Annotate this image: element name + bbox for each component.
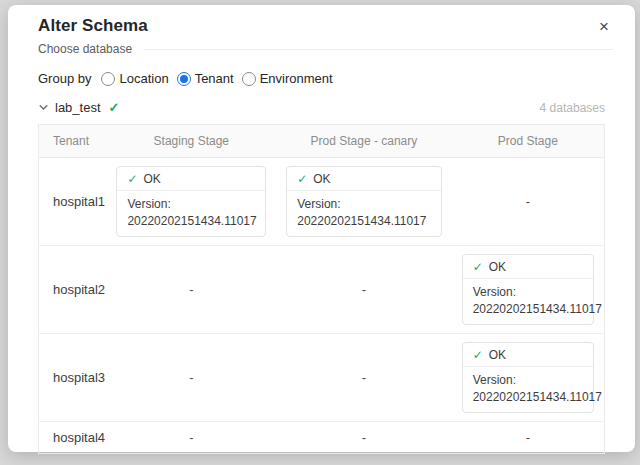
radio-label: Environment bbox=[260, 71, 333, 86]
status-card[interactable]: ✓OKVersion:20220202151434.11017 bbox=[286, 166, 441, 237]
check-icon: ✓ bbox=[473, 260, 483, 274]
version-info: Version:20220202151434.11017 bbox=[463, 367, 593, 412]
status-head: ✓OK bbox=[117, 167, 265, 191]
column-header-tenant: Tenant bbox=[39, 125, 107, 158]
table-header-row: Tenant Staging Stage Prod Stage - canary… bbox=[39, 125, 605, 158]
empty-cell: - bbox=[276, 334, 451, 422]
radio-option-location[interactable]: Location bbox=[101, 71, 168, 86]
status-label: OK bbox=[313, 172, 330, 186]
database-name: lab_test bbox=[55, 100, 101, 115]
modal-body: Group by LocationTenantEnvironment lab_t… bbox=[8, 56, 635, 454]
status-card[interactable]: ✓OKVersion:20220202151434.11017 bbox=[462, 342, 594, 413]
tenant-name: hospital1 bbox=[39, 158, 107, 246]
check-icon: ✓ bbox=[109, 100, 120, 115]
version-label: Version: bbox=[473, 372, 583, 389]
radio-icon[interactable] bbox=[101, 72, 115, 86]
version-info: Version:20220202151434.11017 bbox=[287, 191, 440, 236]
version-label: Version: bbox=[473, 284, 583, 301]
empty-cell: - bbox=[106, 334, 276, 422]
table-row: hospital3--✓OKVersion:20220202151434.110… bbox=[39, 334, 605, 422]
page-title: Alter Schema bbox=[38, 16, 148, 36]
status-cell: ✓OKVersion:20220202151434.11017 bbox=[452, 246, 605, 334]
tenant-name: hospital2 bbox=[39, 246, 107, 334]
status-head: ✓OK bbox=[463, 255, 593, 279]
empty-cell: - bbox=[106, 422, 276, 454]
empty-cell: - bbox=[276, 246, 451, 334]
status-cell: ✓OKVersion:20220202151434.11017 bbox=[106, 158, 276, 246]
version-label: Version: bbox=[127, 196, 255, 213]
column-header-prod-stage: Prod Stage bbox=[452, 125, 605, 158]
empty-cell: - bbox=[106, 246, 276, 334]
tenant-name: hospital4 bbox=[39, 422, 107, 454]
modal-header: Alter Schema × Choose database bbox=[8, 5, 635, 56]
status-head: ✓OK bbox=[287, 167, 440, 191]
status-head: ✓OK bbox=[463, 343, 593, 367]
status-label: OK bbox=[489, 348, 506, 362]
radio-icon[interactable] bbox=[242, 72, 256, 86]
database-section-header: lab_test ✓ 4 databases bbox=[38, 100, 605, 115]
group-by-label: Group by bbox=[38, 71, 91, 86]
database-count: 4 databases bbox=[540, 101, 605, 115]
radio-option-tenant[interactable]: Tenant bbox=[177, 71, 234, 86]
table-row: hospital2--✓OKVersion:20220202151434.110… bbox=[39, 246, 605, 334]
radio-option-environment[interactable]: Environment bbox=[242, 71, 333, 86]
status-cell: ✓OKVersion:20220202151434.11017 bbox=[276, 158, 451, 246]
chevron-down-icon[interactable] bbox=[38, 102, 49, 113]
version-info: Version:20220202151434.11017 bbox=[117, 191, 265, 236]
radio-label: Tenant bbox=[195, 71, 234, 86]
status-label: OK bbox=[489, 260, 506, 274]
version-info: Version:20220202151434.11017 bbox=[463, 279, 593, 324]
check-icon: ✓ bbox=[127, 172, 137, 186]
column-header-staging-stage: Staging Stage bbox=[106, 125, 276, 158]
version-value: 20220202151434.11017 bbox=[473, 301, 583, 318]
table-body: hospital1✓OKVersion:20220202151434.11017… bbox=[39, 158, 605, 454]
modal-subtitle: Choose database bbox=[38, 42, 132, 56]
version-value: 20220202151434.11017 bbox=[297, 213, 430, 230]
check-icon: ✓ bbox=[297, 172, 307, 186]
radio-label: Location bbox=[119, 71, 168, 86]
group-by-options: LocationTenantEnvironment bbox=[101, 71, 340, 86]
table-row: hospital4--- bbox=[39, 422, 605, 454]
databases-table: Tenant Staging Stage Prod Stage - canary… bbox=[38, 124, 605, 454]
version-value: 20220202151434.11017 bbox=[473, 389, 583, 406]
status-card[interactable]: ✓OKVersion:20220202151434.11017 bbox=[116, 166, 266, 237]
version-value: 20220202151434.11017 bbox=[127, 213, 255, 230]
alter-schema-modal: Alter Schema × Choose database Group by … bbox=[8, 5, 635, 452]
table-row: hospital1✓OKVersion:20220202151434.11017… bbox=[39, 158, 605, 246]
section-toggle[interactable]: lab_test ✓ bbox=[38, 100, 119, 115]
empty-cell: - bbox=[276, 422, 451, 454]
status-card[interactable]: ✓OKVersion:20220202151434.11017 bbox=[462, 254, 594, 325]
close-icon[interactable]: × bbox=[595, 16, 613, 37]
version-label: Version: bbox=[297, 196, 430, 213]
status-cell: ✓OKVersion:20220202151434.11017 bbox=[452, 334, 605, 422]
empty-cell: - bbox=[452, 158, 605, 246]
column-header-prod-stage-canary: Prod Stage - canary bbox=[276, 125, 451, 158]
radio-icon[interactable] bbox=[177, 72, 191, 86]
status-label: OK bbox=[143, 172, 160, 186]
subtitle-divider bbox=[144, 49, 613, 50]
empty-cell: - bbox=[452, 422, 605, 454]
tenant-name: hospital3 bbox=[39, 334, 107, 422]
check-icon: ✓ bbox=[473, 348, 483, 362]
group-by-row: Group by LocationTenantEnvironment bbox=[38, 71, 605, 86]
